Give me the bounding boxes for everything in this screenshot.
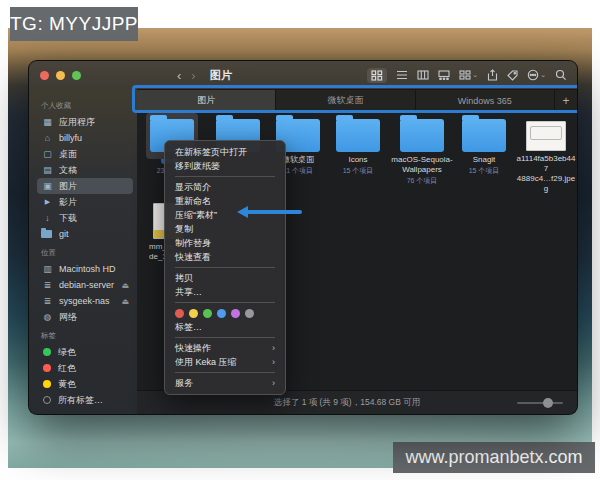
- menu-item-compress[interactable]: 压缩“素材”: [165, 208, 285, 222]
- file-item-sequoia-wallpapers[interactable]: macOS-Sequoia-Wallpapers 76 个项目: [389, 113, 455, 186]
- menu-item-quick-look[interactable]: 快速查看: [165, 250, 285, 264]
- folder-icon: [400, 119, 444, 152]
- sidebar-item-label: 所有标签…: [58, 394, 103, 407]
- sidebar-item-tag-green[interactable]: 绿色: [37, 344, 133, 360]
- titlebar: ‹ › 图片 ⌄: [29, 61, 577, 89]
- view-grid-icon[interactable]: [367, 68, 387, 83]
- tag-icon[interactable]: [507, 70, 518, 81]
- minimize-button[interactable]: [56, 71, 65, 80]
- sidebar-item-downloads[interactable]: ↓ 下载: [37, 210, 133, 226]
- sidebar-item-movies[interactable]: ▶ 影片: [37, 194, 133, 210]
- image-thumbnail: [526, 121, 566, 151]
- eject-icon[interactable]: ⏏: [121, 281, 129, 290]
- slider-knob[interactable]: [543, 398, 553, 408]
- file-item-icons[interactable]: Icons 15 个项目: [329, 113, 387, 176]
- sidebar-item-pictures[interactable]: ▣ 图片: [37, 178, 133, 194]
- menu-item-quick-actions[interactable]: 快速操作 ›: [165, 341, 285, 355]
- sidebar-item-all-tags[interactable]: 所有标签…: [37, 392, 133, 408]
- folder-icon: [41, 230, 52, 238]
- item-count: 15 个项目: [329, 166, 387, 176]
- sidebar-item-desktop[interactable]: ▢ 桌面: [37, 146, 133, 162]
- status-text: 选择了 1 项 (共 9 项)，154.68 GB 可用: [137, 397, 517, 409]
- eject-icon[interactable]: ⏏: [121, 297, 129, 306]
- search-icon[interactable]: [555, 69, 567, 81]
- menu-item-get-info[interactable]: 显示简介: [165, 180, 285, 194]
- yellow-tag-dot[interactable]: [189, 309, 198, 318]
- traffic-lights: [40, 71, 81, 80]
- downloads-icon: ↓: [41, 213, 54, 223]
- file-item-jpeg[interactable]: a1114fa5b3eb447 4889c4…f29.jpeg: [515, 113, 577, 194]
- view-gallery-icon[interactable]: [438, 70, 450, 80]
- view-list-icon[interactable]: [396, 70, 408, 80]
- more-icon[interactable]: ⌄: [527, 69, 546, 81]
- sidebar-section-tags: 标签: [41, 331, 133, 341]
- tg-badge: TG: MYYJJPP: [10, 7, 138, 41]
- sidebar-item-label: sysgeek-nas: [59, 296, 110, 306]
- red-tag-dot[interactable]: [175, 309, 184, 318]
- sidebar-item-label: 桌面: [59, 148, 77, 161]
- icon-size-slider[interactable]: [517, 398, 563, 408]
- zoom-button[interactable]: [72, 71, 81, 80]
- sidebar-item-git[interactable]: git: [37, 226, 133, 242]
- file-name: macOS-Sequoia-Wallpapers: [389, 155, 455, 175]
- menu-item-duplicate[interactable]: 复制: [165, 222, 285, 236]
- home-icon: ⌂: [41, 133, 54, 143]
- menu-item-keka-compress[interactable]: 使用 Keka 压缩 ›: [165, 355, 285, 369]
- sidebar-item-macintosh-hd[interactable]: ▥ Macintosh HD: [37, 261, 133, 277]
- tab-bar: 图片 微软桌面 Windows 365 +: [137, 89, 577, 111]
- forward-icon[interactable]: ›: [191, 68, 195, 83]
- finder-window: ‹ › 图片 ⌄: [28, 60, 578, 415]
- folder-icon: [336, 119, 380, 152]
- view-columns-icon[interactable]: [417, 70, 429, 80]
- tab-windows-365[interactable]: Windows 365: [416, 90, 555, 111]
- menu-item-services[interactable]: 服务 ›: [165, 376, 285, 390]
- menu-item-move-to-trash[interactable]: 移到废纸篓: [165, 159, 285, 173]
- menu-item-tags[interactable]: 标签…: [165, 320, 285, 334]
- file-name: Snagit: [455, 155, 513, 165]
- tab-pictures[interactable]: 图片: [137, 90, 276, 111]
- menu-item-copy[interactable]: 拷贝: [165, 271, 285, 285]
- sidebar-item-debian-server[interactable]: ≣ debian-server ⏏: [37, 277, 133, 293]
- red-tag-icon: [43, 364, 51, 372]
- share-icon[interactable]: [487, 69, 498, 81]
- menu-item-rename[interactable]: 重新命名: [165, 194, 285, 208]
- submenu-arrow-icon: ›: [272, 357, 275, 367]
- blue-tag-dot[interactable]: [217, 309, 226, 318]
- menu-separator: [175, 337, 275, 338]
- purple-tag-dot[interactable]: [231, 309, 240, 318]
- sidebar-item-tag-red[interactable]: 红色: [37, 360, 133, 376]
- sidebar-item-sysgeek-nas[interactable]: ≣ sysgeek-nas ⏏: [37, 293, 133, 309]
- item-count: 15 个项目: [455, 166, 513, 176]
- tab-microsoft-desktop[interactable]: 微软桌面: [276, 90, 415, 111]
- sidebar-item-label: debian-server: [59, 280, 114, 290]
- network-icon: ◍: [41, 312, 54, 322]
- toolbar: ⌄ ⌄: [367, 68, 567, 83]
- desktop-icon: ▢: [41, 149, 54, 159]
- sidebar-item-home[interactable]: ⌂ billyfu: [37, 130, 133, 146]
- file-name: Icons: [329, 155, 387, 165]
- window-title: 图片: [210, 68, 232, 83]
- group-by-icon[interactable]: ⌄: [459, 70, 478, 80]
- all-tags-icon: [43, 396, 51, 404]
- chevron-down-icon: ⌄: [472, 71, 478, 79]
- menu-item-make-alias[interactable]: 制作替身: [165, 236, 285, 250]
- file-name: a1114fa5b3eb447 4889c4…f29.jpeg: [515, 154, 577, 194]
- gray-tag-dot[interactable]: [245, 309, 254, 318]
- menu-item-open-in-new-tab[interactable]: 在新标签页中打开: [165, 145, 285, 159]
- green-tag-dot[interactable]: [203, 309, 212, 318]
- sidebar-item-label: 红色: [58, 362, 76, 375]
- sidebar-item-tag-yellow[interactable]: 黄色: [37, 376, 133, 392]
- sidebar-item-label: 应用程序: [59, 116, 95, 129]
- sidebar-item-documents[interactable]: ▤ 文稿: [37, 162, 133, 178]
- close-button[interactable]: [40, 71, 49, 80]
- sidebar-section-favorites: 个人收藏: [41, 101, 133, 111]
- server-icon: ≣: [41, 296, 54, 306]
- file-item-snagit[interactable]: Snagit 15 个项目: [455, 113, 513, 176]
- sidebar-item-applications[interactable]: ▦ 应用程序: [37, 114, 133, 130]
- new-tab-button[interactable]: +: [555, 90, 577, 111]
- sidebar: 个人收藏 ▦ 应用程序 ⌂ billyfu ▢ 桌面 ▤ 文稿 ▣ 图片: [29, 89, 137, 414]
- sidebar-item-label: billyfu: [59, 133, 82, 143]
- menu-item-share[interactable]: 共享…: [165, 285, 285, 299]
- sidebar-item-network[interactable]: ◍ 网络: [37, 309, 133, 325]
- back-icon[interactable]: ‹: [177, 68, 181, 83]
